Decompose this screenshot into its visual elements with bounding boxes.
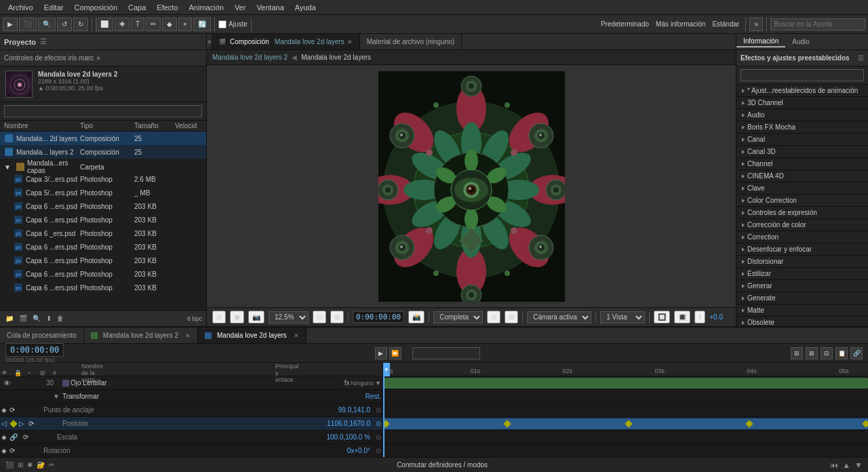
tl-nav-up[interactable]: ▲ (842, 460, 850, 470)
project-menu-icon[interactable]: ☰ (40, 37, 47, 46)
pos-keyframe-nav-prev[interactable]: ◁ (1, 420, 8, 427)
menu-capa[interactable]: Capa (123, 2, 151, 13)
tab-comp-2[interactable]: Mandala love 2d layers 2 ✕ (84, 328, 198, 343)
tab-comp-1[interactable]: Mandala love 2d layers ✕ (198, 328, 307, 343)
tool-redo[interactable]: ↻ (73, 18, 88, 31)
tl-nav-down[interactable]: ▼ (854, 460, 863, 470)
tl-nav-start[interactable]: ⏮ (830, 460, 838, 470)
layer-row-rotation[interactable]: ◈ ⟳ Rotación 0x+0.0° ⊙ (0, 444, 382, 457)
view-select[interactable]: 1 Vista 2 Vistas (600, 311, 645, 323)
transformar-expand[interactable]: ▼ (42, 393, 60, 400)
effects-group-header-19[interactable]: Obsolete (736, 317, 868, 326)
comp1-tab-close[interactable]: ✕ (294, 332, 299, 339)
controls-more-btn[interactable]: » (96, 54, 100, 62)
list-item[interactable]: ps Capa 6 _ers.psd Photoshop 203 KB (0, 227, 206, 240)
effects-group-header-16[interactable]: Generar (736, 280, 868, 292)
tree-collapse-icon[interactable]: ▼ (4, 163, 11, 171)
effects-group-header-8[interactable]: Clave (736, 182, 868, 194)
list-item[interactable]: Mandala... 2d layers Composición 25 (0, 132, 206, 145)
effects-menu-icon[interactable]: ☰ (858, 54, 864, 62)
tl-icon-1[interactable]: ⊞ (791, 347, 803, 359)
effects-search-input[interactable] (741, 69, 864, 81)
effects-group-header-14[interactable]: Distorsionar (736, 256, 868, 267)
preview-screen-btn[interactable]: ▣ (230, 311, 244, 323)
preview-cam2-btn[interactable]: 📸 (408, 311, 425, 323)
tool-rect[interactable]: ⬜ (96, 18, 113, 31)
menu-ventana[interactable]: Ventana (251, 2, 289, 13)
effects-group-header-4[interactable]: Canal (736, 134, 868, 145)
menu-ver[interactable]: Ver (229, 2, 252, 13)
layer-row-anchor[interactable]: ◈ ⟳ Punto de anclaje 99.0,141.0 ⊙ (0, 404, 382, 417)
tool-zoom[interactable]: 🔍 (38, 18, 56, 31)
menu-efecto[interactable]: Efecto (151, 2, 183, 13)
search-panel-btn[interactable]: 🔍 (31, 315, 42, 322)
tl-icon-5[interactable]: 🔗 (850, 347, 863, 359)
tl-icon-4[interactable]: 📋 (835, 347, 848, 359)
pos-keyframe-nav-next[interactable]: ▷ (19, 420, 26, 427)
layer-row-transformar[interactable]: ▼ Transformar Rest. (0, 390, 382, 404)
preview-cam-btn[interactable]: 📷 (248, 311, 264, 323)
camera-select[interactable]: Cámara activa (527, 311, 591, 323)
scale-stopwatch[interactable]: ⊙ (376, 433, 381, 441)
pos-stopwatch[interactable]: ⊙ (376, 420, 381, 427)
tl-bottom-icon-5[interactable]: ✏ (49, 461, 54, 469)
tool-orbit[interactable]: ⌖ (178, 18, 192, 31)
tl-search-input[interactable] (412, 347, 480, 359)
list-item[interactable]: Mandala... layers 2 Composición 25 (0, 145, 206, 159)
scale-value[interactable]: 100.0,100.0 % (327, 433, 371, 441)
new-folder-btn[interactable]: 📁 (4, 315, 15, 322)
effects-group-header-5[interactable]: Canal 3D (736, 146, 868, 157)
list-item[interactable]: ps Capa 6 ...ers.psd Photoshop 203 KB (0, 240, 206, 254)
breadcrumb-parent[interactable]: Mandala love 2d layers 2 (212, 54, 288, 61)
list-item[interactable]: ps Capa 6 ...ers.psd Photoshop 203 KB (0, 199, 206, 213)
comp2-tab-close[interactable]: ✕ (185, 332, 191, 339)
layer-link-dropdown[interactable]: ▼ (375, 380, 381, 387)
track-ojo-lentillar[interactable] (383, 376, 868, 390)
layer-eye-btn[interactable]: 👁 (1, 379, 12, 387)
ajuste-checkbox[interactable] (218, 20, 226, 28)
tool-rotate[interactable]: 🔄 (193, 18, 211, 31)
tool-undo[interactable]: ↺ (57, 18, 72, 31)
transformar-reset[interactable]: Rest. (366, 393, 381, 400)
effects-group-header-0[interactable]: * Ajust...reestablecidos de animación (736, 85, 868, 96)
toolbar-more[interactable]: » (749, 18, 763, 31)
tool-stop[interactable]: ⬛ (19, 18, 37, 31)
menu-editar[interactable]: Editar (39, 2, 69, 13)
tl-bottom-icon-2[interactable]: ⊞ (18, 461, 23, 469)
tl-icon-3[interactable]: ⊟ (821, 347, 833, 359)
effects-group-header-9[interactable]: Color Correction (736, 195, 868, 206)
tl-bottom-icon-1[interactable]: ⬛ (5, 461, 14, 469)
comp-panel-close[interactable]: ✕ (207, 34, 212, 50)
menu-composicion[interactable]: Composición (68, 2, 123, 13)
zoom-select[interactable]: 12,5% 25% 50% 100% (269, 311, 309, 323)
tab-audio[interactable]: Audio (785, 37, 816, 47)
tool-select[interactable]: ▶ (3, 18, 18, 31)
project-search-input[interactable] (4, 105, 202, 117)
effects-group-header-17[interactable]: Generate (736, 292, 868, 304)
preview-pixel-btn[interactable]: ⊟ (487, 311, 500, 323)
new-comp-btn[interactable]: 🎬 (18, 315, 28, 322)
zoom-fit2-btn[interactable]: ⊠ (330, 311, 344, 323)
tool-text[interactable]: T (131, 18, 144, 31)
import-btn[interactable]: ⬆ (45, 315, 53, 322)
list-item[interactable]: ps Capa 6 ...ers.psd Photoshop 203 KB (0, 254, 206, 267)
tab-info[interactable]: Información (736, 36, 785, 47)
effects-group-header-1[interactable]: 3D Channel (736, 97, 868, 109)
rot-stopwatch[interactable]: ⊙ (376, 447, 381, 454)
preview-grid-btn[interactable]: ⊞ (212, 311, 226, 323)
list-item[interactable]: ps Capa 6 ...ers.psd Photoshop 203 KB (0, 281, 206, 294)
effects-group-header-12[interactable]: Correction (736, 231, 868, 243)
rot-value[interactable]: 0x+0.0° (347, 447, 370, 454)
effects-group-header-15[interactable]: Estilizar (736, 268, 868, 279)
layer-row-scale[interactable]: ◈ 🔗 ⟳ Escala 100.0,100.0 % ⊙ (0, 431, 382, 444)
effects-group-header-10[interactable]: Controles de expresión (736, 207, 868, 218)
menu-archivo[interactable]: Archivo (3, 2, 39, 13)
comp-tab-close-btn[interactable]: ✕ (347, 39, 353, 45)
menu-ayuda[interactable]: Ayuda (290, 2, 321, 13)
effects-group-header-6[interactable]: Channel (736, 158, 868, 170)
zoom-fit-btn[interactable]: ⊡ (313, 311, 326, 323)
tl-bottom-icon-4[interactable]: 🔐 (37, 461, 45, 469)
pos-value[interactable]: 1106.0,1670.0 (327, 420, 370, 427)
search-help-input[interactable] (770, 18, 865, 31)
list-item[interactable]: ▼ Mandala...ers capas Carpeta (0, 159, 206, 172)
